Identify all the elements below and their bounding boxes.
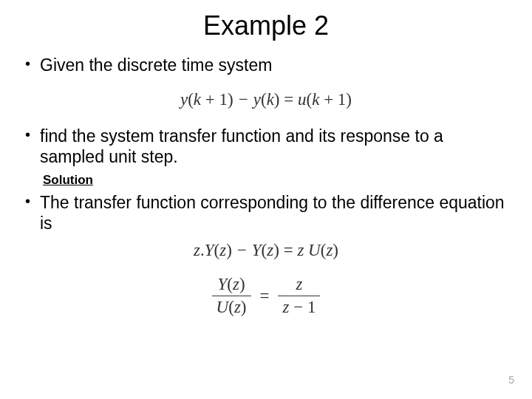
- fraction-denominator: U(z): [212, 296, 251, 317]
- slide: Example 2 Given the discrete time system…: [0, 0, 532, 399]
- bullet-list: Given the discrete time system: [25, 55, 507, 75]
- slide-title: Example 2: [25, 10, 507, 41]
- equation-ztransform: z.Y(z) − Y(z) = z U(z): [25, 241, 507, 260]
- equation-line: Y(z) U(z) = z z − 1: [25, 275, 507, 317]
- equals-sign: =: [260, 287, 270, 306]
- bullet-item: Given the discrete time system: [25, 55, 507, 75]
- fraction-lhs: Y(z) U(z): [211, 275, 253, 317]
- equation-transfer-function: Y(z) U(z) = z z − 1: [25, 275, 507, 317]
- fraction-numerator: Y(z): [212, 275, 251, 296]
- fraction-denominator: z − 1: [278, 296, 320, 317]
- fraction-rhs: z z − 1: [276, 275, 321, 317]
- bullet-item: The transfer function corresponding to t…: [25, 192, 507, 233]
- bullet-item: find the system transfer function and it…: [25, 126, 507, 167]
- fraction-numerator: z: [278, 275, 320, 296]
- bullet-list: The transfer function corresponding to t…: [25, 192, 507, 233]
- equation-text: y(k + 1) − y(k) = u(k + 1): [180, 90, 352, 109]
- page-number: 5: [508, 374, 514, 386]
- solution-heading: Solution: [43, 173, 507, 188]
- equation-text: z.Y(z) − Y(z) = z U(z): [194, 241, 338, 259]
- bullet-list: find the system transfer function and it…: [25, 126, 507, 167]
- equation-difference: y(k + 1) − y(k) = u(k + 1): [25, 90, 507, 109]
